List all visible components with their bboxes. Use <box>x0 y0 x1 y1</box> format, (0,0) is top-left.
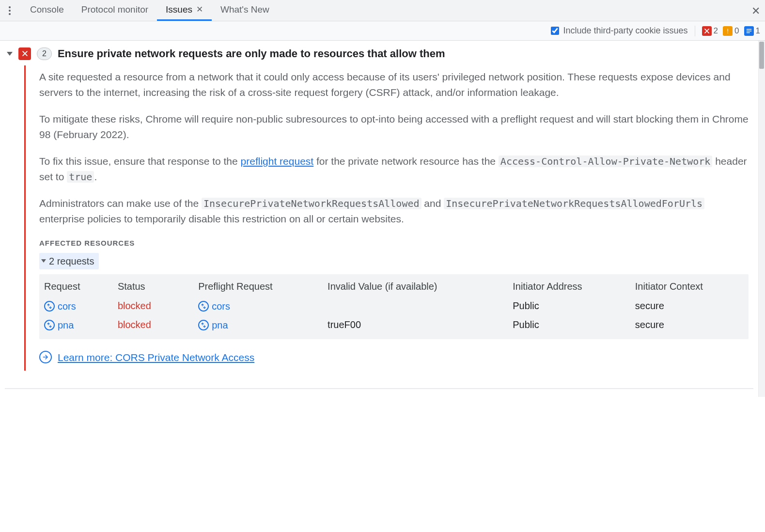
info-count-badge[interactable]: 1 <box>744 25 760 37</box>
requests-summary-text: 2 requests <box>49 254 94 268</box>
request-name: pna <box>58 318 74 332</box>
svg-rect-3 <box>727 29 728 31</box>
error-count-badge[interactable]: 2 <box>702 25 718 37</box>
network-icon <box>198 320 209 330</box>
initiator-context: secure <box>635 298 747 313</box>
include-third-party-checkbox[interactable]: Include third-party cookie issues <box>551 24 687 37</box>
devtools-top-bar: Console Protocol monitor Issues✕ What's … <box>0 0 765 21</box>
preflight-request-link[interactable]: preflight request <box>241 156 314 167</box>
issue-body: A site requested a resource from a netwo… <box>24 65 753 371</box>
svg-point-2 <box>9 13 11 15</box>
issue-title: Ensure private network requests are only… <box>58 46 445 62</box>
issues-content: 2 Ensure private network requests are on… <box>0 41 765 397</box>
arrow-right-icon <box>39 351 52 363</box>
text: enterprise policies to temporarily disab… <box>39 213 404 224</box>
request-name: cors <box>58 299 76 313</box>
col-request: Request <box>44 279 114 294</box>
preflight-link[interactable]: pna <box>198 318 228 332</box>
code-snippet: InsecurePrivateNetworkRequestsAllowed <box>202 198 422 209</box>
col-initiator-context: Initiator Context <box>635 279 747 294</box>
affected-resources-label: AFFECTED RESOURCES <box>39 238 749 249</box>
tab-protocol-monitor[interactable]: Protocol monitor <box>73 0 157 21</box>
checkbox-label: Include third-party cookie issues <box>563 24 687 37</box>
text: . <box>94 171 97 182</box>
issues-toolbar: Include third-party cookie issues 2 0 1 <box>0 21 765 41</box>
code-snippet: true <box>67 171 94 183</box>
expand-icon <box>41 259 46 263</box>
initiator-address: Public <box>513 317 631 332</box>
table-row: cors blocked cors Public secure <box>44 297 747 315</box>
requests-summary[interactable]: 2 requests <box>39 253 99 269</box>
issue-counts: 2 0 1 <box>702 25 760 37</box>
warn-count: 0 <box>734 25 739 37</box>
preflight-name: pna <box>212 318 228 332</box>
separator <box>695 26 695 36</box>
svg-point-0 <box>9 6 11 8</box>
tab-label: What's New <box>220 3 269 17</box>
error-icon <box>702 26 712 36</box>
issue-paragraph: To fix this issue, ensure that response … <box>39 154 749 184</box>
divider <box>5 388 753 389</box>
text: and <box>422 198 444 209</box>
close-tab-icon[interactable]: ✕ <box>196 3 203 16</box>
text: To fix this issue, ensure that response … <box>39 156 241 167</box>
info-icon <box>744 26 754 36</box>
network-icon <box>44 301 55 312</box>
code-snippet: InsecurePrivateNetworkRequestsAllowedFor… <box>444 198 704 209</box>
table-row: pna blocked pna trueF00 Public secure <box>44 315 747 334</box>
error-count: 2 <box>714 25 718 37</box>
preflight-link[interactable]: cors <box>198 299 230 313</box>
tab-label: Issues <box>166 3 192 17</box>
svg-point-1 <box>9 10 11 12</box>
text: for the private network resource has the <box>313 156 499 167</box>
tab-label: Protocol monitor <box>81 3 148 17</box>
learn-more-link[interactable]: Learn more: CORS Private Network Access <box>58 350 254 365</box>
include-third-party-input[interactable] <box>551 27 559 35</box>
request-link[interactable]: pna <box>44 318 74 332</box>
requests-table: Request Status Preflight Request Invalid… <box>39 274 749 339</box>
request-link[interactable]: cors <box>44 299 76 313</box>
invalid-value: trueF00 <box>328 317 509 332</box>
col-preflight: Preflight Request <box>198 279 324 294</box>
svg-rect-4 <box>727 32 728 33</box>
tab-console[interactable]: Console <box>21 0 73 21</box>
learn-more-row: Learn more: CORS Private Network Access <box>39 350 749 365</box>
scrollbar[interactable] <box>758 41 765 397</box>
error-icon <box>18 47 31 60</box>
more-menu-icon[interactable] <box>4 5 16 16</box>
warn-icon <box>723 26 733 36</box>
info-count: 1 <box>756 25 760 37</box>
issue-count-pill: 2 <box>37 47 52 60</box>
network-icon <box>44 320 55 330</box>
issue-header[interactable]: 2 Ensure private network requests are on… <box>5 46 753 62</box>
status-value: blocked <box>118 317 194 332</box>
tabs: Console Protocol monitor Issues✕ What's … <box>21 0 278 21</box>
warn-count-badge[interactable]: 0 <box>723 25 739 37</box>
text: Administrators can make use of the <box>39 198 202 209</box>
tab-whats-new[interactable]: What's New <box>212 0 278 21</box>
preflight-name: cors <box>212 299 230 313</box>
issue-paragraph: Administrators can make use of the Insec… <box>39 196 749 226</box>
col-status: Status <box>118 279 194 294</box>
initiator-address: Public <box>513 298 631 313</box>
scrollbar-thumb[interactable] <box>759 42 764 69</box>
status-value: blocked <box>118 298 194 313</box>
col-initiator-address: Initiator Address <box>513 279 631 294</box>
issue-paragraph: A site requested a resource from a netwo… <box>39 69 749 100</box>
issue-paragraph: To mitigate these risks, Chrome will req… <box>39 111 749 142</box>
network-icon <box>198 301 209 312</box>
expand-icon[interactable] <box>7 52 13 56</box>
initiator-context: secure <box>635 317 747 332</box>
tab-issues[interactable]: Issues✕ <box>157 0 212 21</box>
code-snippet: Access-Control-Allow-Private-Network <box>499 156 712 167</box>
close-panel-icon[interactable]: ✕ <box>751 2 760 18</box>
table-header: Request Status Preflight Request Invalid… <box>44 279 747 297</box>
tab-label: Console <box>30 3 64 17</box>
col-invalid: Invalid Value (if available) <box>328 279 509 294</box>
